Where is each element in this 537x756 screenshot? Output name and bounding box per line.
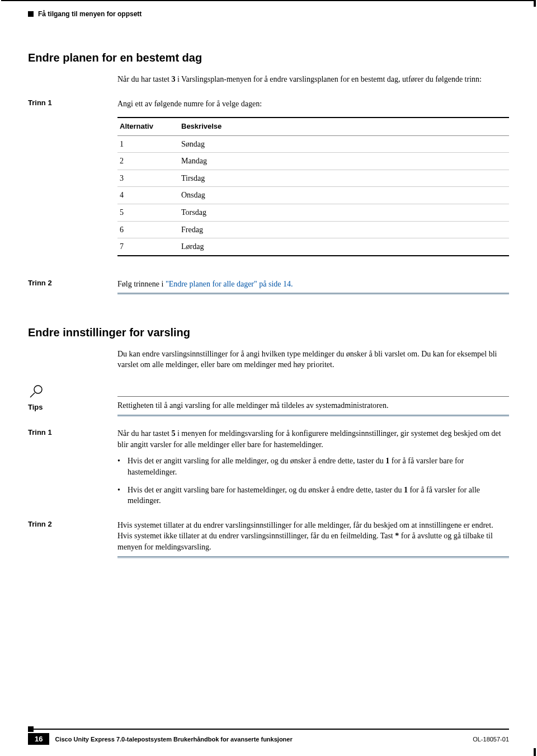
table-header-beskrivelse: Beskrivelse: [179, 118, 509, 135]
table-row: 3Tirsdag: [117, 170, 509, 187]
page-footer: 16 Cisco Unity Express 7.0-talepostsyste…: [28, 726, 509, 745]
table-row: 2Mandag: [117, 153, 509, 170]
step-end-rule: [117, 293, 509, 295]
step-label: Trinn 1: [28, 428, 117, 513]
list-item: Hvis det er angitt varsling bare for has…: [117, 485, 509, 506]
step-label: Trinn 2: [28, 520, 117, 558]
section-title-1: Endre planen for en bestemt dag: [28, 51, 509, 64]
footer-doc-title: Cisco Unity Express 7.0-talepostsystem B…: [55, 736, 473, 743]
section2-step2: Trinn 2 Hvis systemet tillater at du end…: [28, 520, 509, 558]
step-label: Trinn 2: [28, 279, 117, 295]
running-header: Få tilgang til menyen for oppsett: [28, 0, 509, 18]
footer-doc-id: OL-18057-01: [473, 736, 509, 743]
tips-block: Tips Rettigheten til å angi varsling for…: [28, 384, 509, 411]
page-number: 16: [28, 733, 49, 745]
section2-intro: Du kan endre varslingsinnstillinger for …: [117, 349, 509, 370]
cross-ref-link[interactable]: "Endre planen for alle dager" på side 14…: [166, 280, 293, 288]
footer-square-icon: [28, 726, 34, 732]
step-end-rule: [117, 556, 509, 558]
tips-text: Rettigheten til å angi varsling for alle…: [117, 397, 509, 411]
section2-step1: Trinn 1 Når du har tastet 5 i menyen for…: [28, 428, 509, 513]
header-square-icon: [28, 11, 34, 17]
section1-intro: Når du har tastet 3 i Varslingsplan-meny…: [117, 74, 509, 85]
tips-end-rule: [117, 415, 509, 417]
section1-step1: Trinn 1 Angi ett av følgende numre for å…: [28, 98, 509, 260]
list-item: Hvis det er angitt varsling for alle mel…: [117, 456, 509, 477]
step1-text: Angi ett av følgende numre for å velge d…: [117, 100, 262, 108]
bullet-list: Hvis det er angitt varsling for alle mel…: [117, 456, 509, 506]
section-title-2: Endre innstillinger for varsling: [28, 326, 509, 339]
day-table: Alternativ Beskrivelse 1Søndag 2Mandag 3…: [117, 117, 509, 256]
table-row: 1Søndag: [117, 135, 509, 153]
running-header-text: Få tilgang til menyen for oppsett: [38, 10, 142, 18]
table-row: 4Onsdag: [117, 187, 509, 204]
tips-label-text: Tips: [28, 403, 43, 411]
table-row: 5Torsdag: [117, 204, 509, 222]
svg-line-1: [30, 393, 35, 397]
table-header-alternativ: Alternativ: [117, 118, 179, 135]
table-row: 7Lørdag: [117, 238, 509, 256]
tip-icon: [28, 384, 44, 402]
svg-point-0: [34, 386, 42, 393]
section1-step2: Trinn 2 Følg trinnene i "Endre planen fo…: [28, 279, 509, 295]
step-label: Trinn 1: [28, 98, 117, 260]
table-row: 6Fredag: [117, 221, 509, 238]
